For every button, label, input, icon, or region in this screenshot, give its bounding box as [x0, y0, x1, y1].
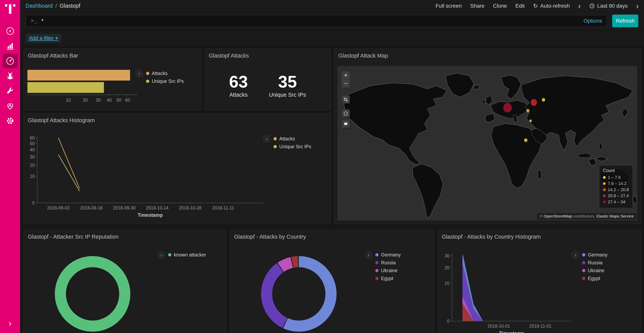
app-sidebar: › [0, 0, 20, 333]
legend-item-known-attacker[interactable]: known attacker [168, 252, 206, 258]
map-legend-color-dot [603, 201, 606, 203]
legend-label: known attacker [174, 252, 206, 258]
legend-color-dot [168, 253, 171, 256]
legend-item-ukraine[interactable]: Ukraine [375, 268, 401, 273]
panel-title: Glastopf - Attacker Src IP Reputation [24, 230, 226, 241]
legend-item-attacks[interactable]: Attacks [274, 136, 311, 142]
legend-item-unique-src-ips[interactable]: Unique Src IPs [146, 79, 184, 84]
legend-color-dot [375, 269, 378, 272]
elastic-maps-service-link[interactable]: Elastic Maps Service [596, 214, 634, 218]
legend-item-russia[interactable]: Russia [375, 260, 401, 265]
legend-color-dot [146, 80, 149, 83]
metric-unique-src-ips: 35 Unique Src IPs [269, 73, 306, 98]
country-donut-chart[interactable] [258, 254, 339, 333]
legend-item-egypt[interactable]: Egypt [375, 276, 401, 281]
map-legend-title: Count [603, 168, 629, 173]
edit-button[interactable]: Edit [516, 3, 524, 9]
polygon-tool-button[interactable] [342, 109, 350, 117]
svg-text:30: 30 [30, 154, 35, 159]
query-options-link[interactable]: Options [584, 18, 602, 24]
legend-item-germany[interactable]: Germany [375, 252, 401, 258]
crop-tool-button[interactable] [342, 96, 350, 104]
svg-text:20: 20 [444, 265, 450, 270]
panel-attacks-by-country: Glastopf - Attacks by Country › GermanyR… [230, 230, 434, 333]
sidebar-item-management[interactable] [3, 114, 18, 128]
legend-color-dot [582, 261, 585, 264]
chevron-right-icon: › [574, 252, 576, 258]
legend: › AttacksUnique Src IPs [263, 135, 311, 149]
panel-attacks-by-country-histogram: Glastopf - Attacks by Country Histogram … [438, 230, 641, 333]
svg-text:60: 60 [30, 135, 35, 140]
legend-color-dot [582, 253, 585, 256]
svg-text:2018-11-11: 2018-11-11 [212, 205, 234, 210]
legend-toggle-button[interactable]: › [158, 251, 165, 259]
panel-attack-map: Glastopf Attack Map [334, 49, 641, 224]
map-legend-row: 7.6 – 14.2 [603, 180, 629, 187]
clock-icon [589, 3, 595, 9]
share-button[interactable]: Share [470, 3, 484, 9]
legend-item-germany[interactable]: Germany [582, 252, 608, 258]
query-input[interactable]: >_ * Options [26, 15, 607, 27]
sidebar-item-dashboard[interactable] [3, 54, 18, 68]
attacks-histogram-chart[interactable]: 01020304050602018-09-022018-09-162018-09… [28, 132, 265, 220]
legend-toggle-button[interactable]: › [263, 135, 270, 143]
zoom-in-button[interactable]: + [342, 71, 350, 79]
plus-icon: + [55, 35, 58, 41]
legend-item-unique-src-ips[interactable]: Unique Src IPs [274, 144, 311, 149]
telekom-logo[interactable] [4, 3, 16, 15]
zoom-out-button[interactable]: − [342, 79, 350, 88]
panel-title: Glastopf Attack Map [334, 49, 641, 60]
legend-item-ukraine[interactable]: Ukraine [582, 268, 608, 273]
metrics-row: 63 Attacks 35 Unique Src IPs [204, 73, 330, 98]
country-histogram-chart[interactable]: 01020302018-10-012018-11-01Timestamp [442, 247, 572, 333]
breadcrumb-dashboard-link[interactable]: Dashboard [26, 3, 53, 9]
time-forward-button[interactable]: › [636, 2, 639, 10]
sidebar-item-monitoring[interactable] [3, 99, 18, 113]
reputation-donut-chart[interactable] [52, 254, 133, 333]
attacks-bar-chart[interactable]: 102030405060 [28, 70, 142, 106]
svg-text:2018-10-28: 2018-10-28 [179, 205, 202, 210]
legend-label: Russia [381, 260, 396, 265]
time-back-button[interactable]: ‹ [578, 2, 581, 10]
time-range-button[interactable]: Last 90 days [589, 3, 628, 9]
add-filter-button[interactable]: Add a filter + [26, 34, 61, 43]
bar-chart-icon [6, 42, 15, 51]
rectangle-tool-button[interactable] [342, 120, 350, 128]
legend-color-dot [375, 277, 378, 280]
legend-toggle-button[interactable]: › [572, 251, 579, 259]
map-legend-range: 14.2 – 20.8 [608, 187, 629, 193]
auto-refresh-button[interactable]: ↻ Auto-refresh [533, 3, 570, 9]
openstreetmap-link[interactable]: OpenStreetMap [544, 214, 572, 218]
full-screen-button[interactable]: Full screen [436, 3, 462, 9]
refresh-button[interactable]: Refresh [612, 15, 638, 27]
map-legend-color-dot [603, 176, 606, 179]
map-legend-row: 14.2 – 20.8 [603, 187, 629, 193]
legend-color-dot [274, 145, 277, 148]
svg-text:40: 40 [30, 147, 35, 152]
sidebar-item-honeypot[interactable] [3, 69, 18, 83]
svg-text:2018-11-01: 2018-11-01 [529, 323, 552, 328]
svg-text:20: 20 [30, 163, 35, 168]
legend-color-dot [582, 269, 585, 272]
legend-item-russia[interactable]: Russia [582, 260, 608, 265]
legend-item-attacks[interactable]: Attacks [146, 71, 184, 76]
map-legend-row: 27.4 – 34 [603, 199, 629, 205]
legend-item-egypt[interactable]: Egypt [582, 276, 608, 281]
sidebar-item-visualize[interactable] [3, 39, 18, 53]
clone-button[interactable]: Clone [493, 3, 507, 9]
svg-text:0: 0 [447, 318, 450, 323]
world-map [338, 66, 637, 220]
panel-title: Glastopf Attacks Bar [24, 49, 201, 60]
sidebar-item-discover[interactable] [3, 24, 18, 38]
map-legend-color-dot [603, 182, 606, 185]
attack-map[interactable]: + − Count 1 – 7.67.6 – [338, 66, 637, 220]
panel-attacks-bar: Glastopf Attacks Bar 102030405060 › Atta… [24, 49, 201, 110]
legend-toggle-button[interactable]: › [365, 251, 372, 259]
gear-icon [6, 116, 15, 125]
sidebar-collapse-button[interactable]: › [8, 318, 12, 328]
sidebar-item-dev-tools[interactable] [3, 84, 18, 98]
legend-label: Ukraine [588, 268, 604, 273]
svg-text:20: 20 [83, 98, 88, 103]
panel-attacks-metric: Glastopf Attacks 63 Attacks 35 Unique Sr… [204, 49, 331, 110]
legend-toggle-button[interactable]: › [136, 70, 143, 77]
